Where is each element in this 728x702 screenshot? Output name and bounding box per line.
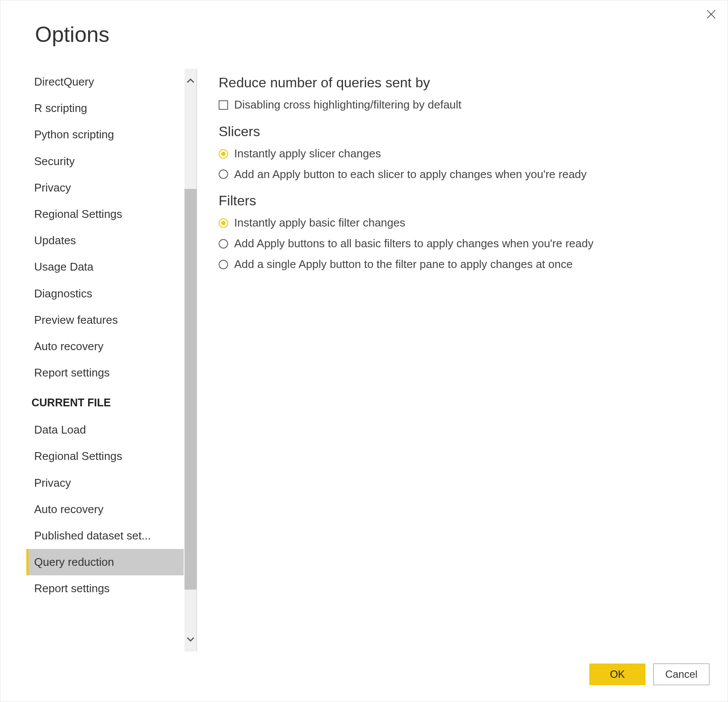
checkbox-label: Disabling cross highlighting/filtering b… [234, 98, 461, 112]
nav-item-regional-settings[interactable]: Regional Settings [26, 201, 184, 227]
radio-label: Add a single Apply button to the filter … [234, 257, 572, 272]
sidebar-container: DirectQuery R scripting Python scripting… [26, 69, 197, 651]
radio-filter-single-apply[interactable] [219, 260, 228, 269]
chevron-up-icon [186, 76, 195, 86]
dialog-title: Options [35, 22, 693, 47]
nav-item-data-load[interactable]: Data Load [26, 417, 184, 443]
section-slicers: Slicers [219, 124, 702, 140]
radio-row-slicer-apply[interactable]: Add an Apply button to each slicer to ap… [219, 167, 702, 182]
radio-label: Add Apply buttons to all basic filters t… [234, 236, 594, 251]
radio-label: Instantly apply basic filter changes [234, 216, 405, 230]
settings-panel: Reduce number of queries sent by Disabli… [214, 69, 710, 651]
close-button[interactable] [705, 8, 717, 22]
nav-item-published-dataset[interactable]: Published dataset set... [26, 523, 184, 549]
dialog-footer: OK Cancel [0, 651, 728, 702]
radio-label: Add an Apply button to each slicer to ap… [234, 167, 587, 182]
nav-item-directquery[interactable]: DirectQuery [26, 69, 184, 95]
nav-item-auto-recovery[interactable]: Auto recovery [26, 333, 184, 360]
radio-filter-instant[interactable] [219, 218, 228, 228]
nav-item-preview-features[interactable]: Preview features [26, 307, 184, 333]
radio-filter-apply-all[interactable] [219, 239, 228, 249]
dialog-header: Options [0, 0, 728, 60]
nav-item-file-report-settings[interactable]: Report settings [26, 575, 184, 602]
nav-item-query-reduction[interactable]: Query reduction [26, 549, 184, 575]
nav-item-file-auto-recovery[interactable]: Auto recovery [26, 496, 184, 523]
checkbox-row-disable-crosshighlight[interactable]: Disabling cross highlighting/filtering b… [219, 98, 702, 112]
nav-item-file-regional-settings[interactable]: Regional Settings [26, 443, 184, 469]
dialog-body: DirectQuery R scripting Python scripting… [0, 60, 728, 651]
scroll-down-button[interactable] [184, 627, 197, 651]
radio-slicer-apply[interactable] [219, 169, 228, 179]
sidebar-scrollbar[interactable] [184, 69, 197, 651]
nav-item-r-scripting[interactable]: R scripting [26, 95, 184, 121]
cancel-button[interactable]: Cancel [653, 664, 709, 685]
checkbox-disable-crosshighlight[interactable] [219, 100, 228, 110]
nav-item-updates[interactable]: Updates [26, 227, 184, 254]
radio-row-filter-instant[interactable]: Instantly apply basic filter changes [219, 216, 702, 230]
nav-item-usage-data[interactable]: Usage Data [26, 254, 184, 280]
chevron-down-icon [186, 635, 195, 644]
ok-button[interactable]: OK [589, 664, 645, 685]
scroll-thumb[interactable] [184, 189, 197, 590]
section-filters: Filters [219, 193, 702, 209]
nav-item-diagnostics[interactable]: Diagnostics [26, 281, 184, 307]
sidebar-nav: DirectQuery R scripting Python scripting… [26, 69, 184, 651]
nav-item-file-privacy[interactable]: Privacy [26, 470, 184, 496]
scroll-up-button[interactable] [184, 69, 197, 93]
close-icon [705, 8, 717, 20]
nav-item-report-settings[interactable]: Report settings [26, 360, 184, 386]
radio-row-filter-single-apply[interactable]: Add a single Apply button to the filter … [219, 257, 702, 272]
nav-item-security[interactable]: Security [26, 148, 184, 175]
radio-slicer-instant[interactable] [219, 149, 228, 159]
radio-row-slicer-instant[interactable]: Instantly apply slicer changes [219, 147, 702, 161]
nav-item-python-scripting[interactable]: Python scripting [26, 121, 184, 148]
radio-row-filter-apply-all[interactable]: Add Apply buttons to all basic filters t… [219, 236, 702, 251]
scroll-track[interactable] [184, 93, 197, 627]
sidebar-group-current-file: CURRENT FILE [26, 386, 184, 417]
nav-item-privacy[interactable]: Privacy [26, 175, 184, 201]
radio-label: Instantly apply slicer changes [234, 147, 381, 161]
section-reduce-queries: Reduce number of queries sent by [219, 75, 702, 91]
options-dialog: Options DirectQuery R scripting Python s… [0, 0, 728, 702]
